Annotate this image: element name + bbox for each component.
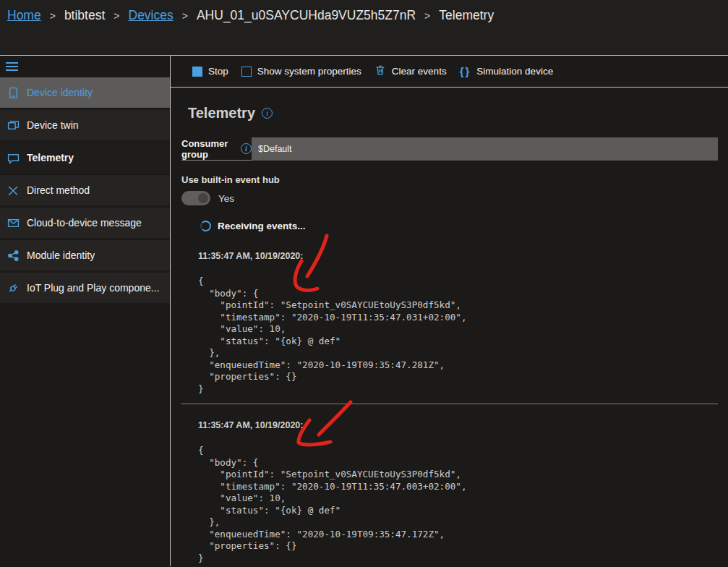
sidebar-item-label: Device identity bbox=[27, 87, 93, 98]
event-json-payload: { "body": { "pointId": "Setpoint_v0SAYCU… bbox=[198, 445, 718, 564]
sidebar-item-module-identity[interactable]: Module identity bbox=[0, 240, 170, 270]
sidebar-item-label: Telemetry bbox=[27, 152, 74, 163]
stop-label: Stop bbox=[208, 66, 228, 77]
receiving-events-status: Receiving events... bbox=[218, 221, 306, 231]
event-timestamp: 11:35:47 AM, 10/19/2020: bbox=[198, 251, 718, 261]
consumer-group-label: Consumer group bbox=[181, 138, 236, 160]
sidebar-item-label: IoT Plug and Play compone... bbox=[27, 282, 159, 294]
breadcrumb-separator: > bbox=[114, 10, 119, 22]
stop-icon bbox=[192, 67, 202, 77]
sidebar-item-label: Module identity bbox=[27, 250, 95, 261]
telemetry-event: 11:35:47 AM, 10/19/2020: { "body": { "po… bbox=[198, 420, 718, 564]
use-built-in-event-hub-label: Use built-in event hub bbox=[181, 174, 718, 185]
toggle-value-label: Yes bbox=[218, 193, 234, 204]
show-system-properties-checkbox[interactable]: Show system properties bbox=[241, 66, 361, 77]
command-bar: Stop Show system properties Clear events… bbox=[171, 56, 728, 88]
sidebar-item-device-identity[interactable]: Device identity bbox=[0, 77, 170, 108]
clear-events-button[interactable]: Clear events bbox=[374, 64, 447, 78]
direct-method-icon bbox=[7, 184, 20, 197]
sidebar-item-direct-method[interactable]: Direct method bbox=[0, 175, 170, 205]
simulation-device-label: Simulation device bbox=[476, 66, 553, 77]
sidebar-item-telemetry[interactable]: Telemetry bbox=[0, 142, 170, 173]
breadcrumb: Home > btibtest > Devices > AHU_01_u0SAY… bbox=[0, 0, 728, 56]
breadcrumb-devices[interactable]: Devices bbox=[129, 8, 174, 23]
sidebar-item-label: Device twin bbox=[27, 119, 79, 131]
event-json-payload: { "body": { "pointId": "Setpoint_v0SAYCU… bbox=[198, 276, 718, 395]
breadcrumb-hub: btibtest bbox=[64, 8, 105, 23]
module-identity-icon bbox=[7, 250, 20, 262]
event-divider bbox=[181, 404, 718, 404]
breadcrumb-home[interactable]: Home bbox=[7, 8, 41, 23]
show-system-properties-label: Show system properties bbox=[257, 66, 361, 77]
consumer-group-info-icon[interactable]: i bbox=[241, 143, 252, 154]
sidebar-item-device-twin[interactable]: Device twin bbox=[0, 110, 170, 140]
checkbox-unchecked-icon bbox=[241, 67, 252, 77]
breadcrumb-separator: > bbox=[50, 10, 56, 22]
braces-icon: {} bbox=[460, 65, 471, 77]
plug-icon bbox=[7, 282, 20, 294]
consumer-group-field: Consumer group i bbox=[181, 137, 718, 161]
device-icon bbox=[7, 87, 20, 99]
sidebar-item-label: Direct method bbox=[27, 184, 90, 196]
cloud-message-icon bbox=[7, 217, 20, 229]
breadcrumb-current-page: Telemetry bbox=[439, 8, 494, 23]
sidebar-item-label: Cloud-to-device message bbox=[27, 217, 142, 229]
consumer-group-input[interactable] bbox=[252, 137, 718, 161]
event-timestamp: 11:35:47 AM, 10/19/2020: bbox=[198, 420, 718, 430]
sidebar-item-iot-plug-and-play[interactable]: IoT Plug and Play compone... bbox=[0, 273, 170, 303]
clear-events-label: Clear events bbox=[392, 66, 447, 77]
device-twin-icon bbox=[7, 119, 20, 132]
page-title: Telemetry bbox=[188, 105, 255, 122]
loading-spinner-icon bbox=[200, 221, 211, 231]
hamburger-menu-icon[interactable] bbox=[6, 62, 170, 71]
sidebar: Device identity Device twin Telemetry Di… bbox=[0, 56, 171, 566]
breadcrumb-separator: > bbox=[424, 10, 430, 22]
sidebar-item-cloud-to-device-message[interactable]: Cloud-to-device message bbox=[0, 208, 170, 238]
breadcrumb-separator: > bbox=[182, 10, 188, 22]
toggle-knob bbox=[198, 193, 208, 203]
telemetry-info-icon[interactable]: i bbox=[262, 108, 273, 119]
event-hub-toggle[interactable] bbox=[181, 191, 210, 205]
telemetry-icon bbox=[7, 152, 20, 164]
telemetry-event: 11:35:47 AM, 10/19/2020: { "body": { "po… bbox=[198, 251, 718, 395]
simulation-device-button[interactable]: {} Simulation device bbox=[460, 65, 554, 77]
trash-icon bbox=[374, 64, 386, 78]
breadcrumb-device-id: AHU_01_u0SAYCUHda9VUZ5h5Z7nR bbox=[197, 8, 416, 23]
stop-button[interactable]: Stop bbox=[192, 66, 228, 77]
